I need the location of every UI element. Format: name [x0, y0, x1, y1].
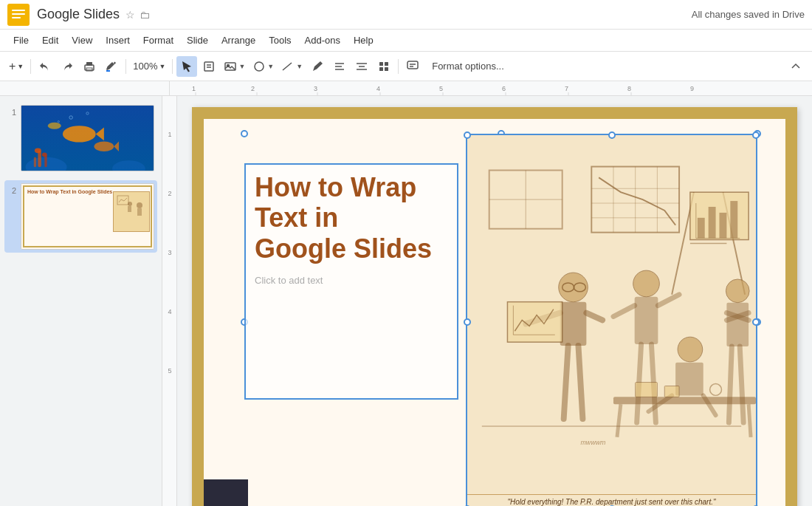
svg-line-123 — [729, 346, 732, 423]
redo-button[interactable] — [57, 56, 78, 77]
img-handle-tl[interactable] — [464, 131, 471, 139]
star-icon[interactable]: ☆ — [125, 9, 135, 21]
select-tool[interactable] — [176, 56, 197, 77]
align-center-tool[interactable] — [351, 56, 372, 77]
divider-3 — [172, 59, 173, 74]
divider-2 — [125, 59, 126, 74]
svg-text:3: 3 — [168, 249, 171, 256]
title-icons: ☆ 🗀 — [125, 9, 150, 21]
menu-edit[interactable]: Edit — [36, 32, 64, 49]
img-handle-left[interactable] — [464, 318, 471, 326]
image-tool[interactable]: ▼ — [221, 56, 248, 77]
svg-point-115 — [678, 337, 703, 362]
slide-inner: How to WrapText inGoogle Slides Click to… — [204, 119, 785, 506]
cartoon-caption: "Hold everything! The P.R. department ju… — [467, 494, 756, 506]
menu-help[interactable]: Help — [348, 32, 379, 49]
image-chevron: ▼ — [238, 63, 245, 70]
svg-text:4: 4 — [168, 308, 171, 315]
svg-point-62 — [137, 202, 142, 208]
divider-1 — [30, 59, 31, 74]
menu-addons[interactable]: Add-ons — [299, 32, 346, 49]
svg-rect-120 — [726, 303, 749, 346]
menu-view[interactable]: View — [66, 32, 98, 49]
corner-decoration — [204, 479, 248, 506]
img-handle-right[interactable] — [752, 318, 760, 326]
svg-rect-25 — [407, 61, 418, 69]
slide-number-1: 1 — [7, 108, 21, 117]
cartoon-area: mwwwm "Hold everything! The P.R. departm… — [467, 135, 756, 506]
svg-rect-110 — [635, 297, 658, 344]
svg-rect-21 — [379, 62, 383, 66]
svg-point-109 — [633, 270, 660, 297]
image-box[interactable]: mwwwm "Hold everything! The P.R. departm… — [466, 134, 757, 506]
app-title: Google Slides — [37, 7, 120, 22]
line-tool[interactable]: ▼ — [278, 56, 306, 77]
svg-point-48 — [63, 126, 96, 142]
menu-tools[interactable]: Tools — [263, 32, 297, 49]
line-chevron: ▼ — [296, 63, 303, 70]
svg-rect-1 — [12, 10, 25, 11]
align-left-tool[interactable] — [329, 56, 350, 77]
svg-rect-116 — [675, 363, 703, 396]
pen-tool[interactable] — [307, 56, 328, 77]
insert-comment-button[interactable] — [402, 56, 423, 77]
shape-tool[interactable]: ▼ — [250, 56, 277, 77]
text-box-tool[interactable] — [199, 56, 219, 77]
svg-point-50 — [94, 141, 114, 151]
slide-thumb-2[interactable]: 2 How to Wrap Text in Google Slides — [4, 180, 157, 253]
thumb2-title: How to Wrap Text in Google Slides — [27, 188, 148, 195]
cartoon-svg: mwwwm — [467, 135, 756, 494]
collapse-toolbar-button[interactable] — [785, 56, 806, 77]
svg-rect-5 — [86, 62, 92, 66]
undo-button[interactable] — [35, 56, 55, 77]
svg-text:2: 2 — [168, 190, 171, 197]
insert-special-button[interactable] — [374, 56, 394, 77]
svg-text:5: 5 — [439, 85, 443, 92]
selection-handle-tl[interactable] — [241, 130, 248, 137]
ruler-corner — [0, 81, 170, 95]
format-options-button[interactable]: Format options... — [424, 58, 512, 75]
slide-subtitle[interactable]: Click to add text — [246, 264, 457, 286]
svg-rect-22 — [385, 62, 388, 66]
svg-rect-93 — [720, 213, 727, 239]
svg-point-56 — [35, 148, 41, 153]
slide-thumb-1[interactable]: 1 — [4, 102, 157, 174]
svg-text:mwwwm: mwwwm — [580, 439, 605, 446]
svg-rect-65 — [128, 206, 131, 212]
svg-point-13 — [255, 62, 264, 71]
menu-format[interactable]: Format — [137, 32, 179, 49]
img-handle-tr[interactable] — [752, 131, 760, 139]
zoom-control[interactable]: 100% ▼ — [130, 56, 168, 77]
svg-line-14 — [283, 63, 292, 70]
zoom-chevron: ▼ — [159, 63, 166, 70]
svg-rect-3 — [12, 17, 21, 18]
menu-arrange[interactable]: Arrange — [216, 32, 261, 49]
print-button[interactable] — [79, 56, 100, 77]
svg-rect-23 — [379, 67, 383, 71]
svg-text:1: 1 — [192, 85, 196, 92]
title-bar: Google Slides ☆ 🗀 All changes saved in D… — [0, 0, 812, 30]
svg-text:8: 8 — [627, 85, 631, 92]
folder-icon[interactable]: 🗀 — [140, 9, 150, 21]
toolbar-right — [785, 56, 806, 77]
menu-insert[interactable]: Insert — [100, 32, 136, 49]
menu-bar: File Edit View Insert Format Slide Arran… — [0, 30, 812, 52]
svg-rect-53 — [38, 151, 41, 167]
slide-number-2: 2 — [7, 186, 21, 195]
slide-canvas[interactable]: How to WrapText inGoogle Slides Click to… — [192, 107, 797, 506]
ruler-container: 1 2 3 4 5 6 7 8 9 — [0, 81, 812, 96]
text-box[interactable]: How to WrapText inGoogle Slides Click to… — [244, 163, 458, 400]
menu-file[interactable]: File — [7, 32, 35, 49]
toolbar: + ▼ 100% ▼ ▼ ▼ ▼ — [0, 52, 812, 81]
paint-format-button[interactable] — [101, 56, 122, 77]
svg-rect-94 — [730, 201, 737, 238]
svg-line-124 — [740, 346, 743, 423]
svg-rect-55 — [34, 157, 36, 167]
img-handle-top[interactable] — [608, 131, 616, 139]
svg-point-97 — [559, 273, 588, 302]
editor-area: 1 2 3 4 5 — [162, 96, 812, 506]
add-button[interactable]: + ▼ — [6, 56, 27, 77]
svg-text:2: 2 — [251, 85, 255, 92]
svg-text:7: 7 — [565, 85, 568, 92]
menu-slide[interactable]: Slide — [181, 32, 214, 49]
